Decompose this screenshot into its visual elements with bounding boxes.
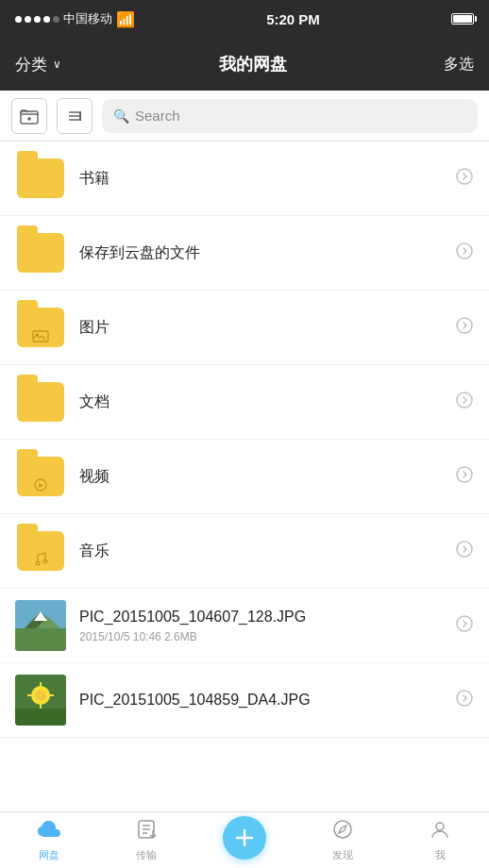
folder-image-icon [32, 329, 49, 345]
svg-point-9 [457, 318, 472, 333]
file-name: PIC_20151005_104607_128.JPG [79, 608, 447, 627]
file-info: 视频 [79, 467, 447, 487]
thumbnail [15, 675, 66, 726]
chevron-icon [455, 689, 474, 712]
list-view-button[interactable] [57, 98, 93, 134]
file-list: 书籍 保存到云盘的文件 [0, 142, 489, 811]
file-name: PIC_20151005_104859_DA4.JPG [79, 691, 447, 710]
chevron-down-icon: ∨ [53, 58, 61, 71]
status-bar: 中国移动 📶 5:20 PM [0, 0, 489, 38]
svg-point-39 [436, 823, 444, 830]
profile-icon [430, 819, 450, 845]
header: 分类 ∨ 我的网盘 多选 [0, 38, 489, 91]
svg-point-21 [457, 616, 472, 631]
page-title: 我的网盘 [219, 53, 287, 75]
thumbnail [15, 600, 66, 651]
chevron-icon [455, 465, 474, 489]
file-info: 保存到云盘的文件 [79, 243, 447, 263]
svg-point-5 [457, 169, 472, 184]
toolbar: 🔍 Search [0, 91, 489, 142]
battery-icon [451, 13, 474, 25]
carrier-label: 中国移动 [63, 10, 112, 27]
list-item[interactable]: PIC_20151005_104607_128.JPG 2015/10/5 10… [0, 589, 489, 663]
svg-point-6 [457, 243, 472, 259]
svg-point-15 [457, 542, 472, 557]
file-name: 音乐 [79, 542, 447, 561]
svg-point-24 [35, 690, 46, 701]
folder-icon [15, 526, 66, 576]
chevron-icon [455, 242, 474, 265]
list-item[interactable]: 音乐 [0, 514, 489, 589]
folder-icon [15, 302, 66, 353]
search-placeholder: Search [135, 108, 180, 124]
list-item[interactable]: 图片 [0, 291, 489, 365]
multiselect-button[interactable]: 多选 [444, 55, 474, 75]
signal-dots [15, 16, 59, 23]
folder-music-icon [33, 551, 48, 569]
chevron-icon [455, 391, 474, 414]
chevron-icon [455, 167, 474, 191]
tab-add[interactable] [195, 816, 294, 865]
list-item[interactable]: 视频 [0, 440, 489, 514]
file-info: PIC_20151005_104859_DA4.JPG [79, 691, 447, 710]
search-bar[interactable]: 🔍 Search [102, 99, 478, 133]
chevron-icon [455, 540, 474, 563]
chevron-icon [455, 316, 474, 340]
add-button[interactable] [223, 816, 266, 860]
file-info: 图片 [79, 318, 447, 338]
list-item[interactable]: 文档 [0, 365, 489, 440]
cloud-icon [37, 819, 61, 845]
file-name: 保存到云盘的文件 [79, 243, 447, 263]
add-folder-button[interactable] [11, 98, 47, 134]
sort-label: 分类 [15, 54, 47, 75]
list-item[interactable]: 保存到云盘的文件 [0, 216, 489, 291]
tab-cloud[interactable]: 网盘 [0, 819, 98, 862]
file-meta: 2015/10/5 10:46 2.6MB [79, 630, 447, 643]
tab-bar: 网盘 传输 发现 [0, 811, 489, 868]
tab-profile-label: 我 [435, 848, 446, 862]
file-info: PIC_20151005_104607_128.JPG 2015/10/5 10… [79, 608, 447, 643]
tab-discover-label: 发现 [332, 848, 353, 862]
wifi-icon: 📶 [116, 10, 135, 28]
folder-video-icon [32, 478, 49, 494]
tab-discover[interactable]: 发现 [294, 819, 392, 862]
svg-point-10 [457, 392, 472, 408]
tab-transfer-label: 传输 [136, 848, 157, 862]
file-info: 音乐 [79, 542, 447, 561]
file-name: 视频 [79, 467, 447, 487]
svg-rect-29 [15, 709, 66, 726]
file-name: 图片 [79, 318, 447, 338]
file-name: 书籍 [79, 169, 447, 189]
svg-point-12 [457, 467, 472, 482]
file-name: 文档 [79, 392, 447, 412]
list-item[interactable]: 书籍 [0, 142, 489, 216]
tab-transfer[interactable]: 传输 [98, 819, 196, 862]
sort-button[interactable]: 分类 ∨ [15, 54, 61, 75]
folder-icon [15, 153, 66, 204]
file-info: 文档 [79, 392, 447, 412]
transfer-icon [136, 819, 157, 845]
status-right [451, 13, 474, 25]
file-info: 书籍 [79, 169, 447, 189]
list-item[interactable]: PIC_20151005_104859_DA4.JPG [0, 663, 489, 738]
svg-rect-17 [15, 628, 66, 651]
chevron-icon [455, 614, 474, 638]
svg-point-30 [457, 691, 472, 706]
svg-point-38 [334, 821, 351, 838]
status-time: 5:20 PM [266, 11, 320, 27]
discover-icon [332, 819, 353, 845]
search-icon: 🔍 [113, 108, 129, 124]
tab-profile[interactable]: 我 [391, 819, 489, 862]
tab-cloud-label: 网盘 [39, 848, 59, 862]
status-left: 中国移动 📶 [15, 10, 135, 28]
folder-icon [15, 376, 66, 427]
folder-icon [15, 227, 66, 278]
folder-icon [15, 451, 66, 502]
